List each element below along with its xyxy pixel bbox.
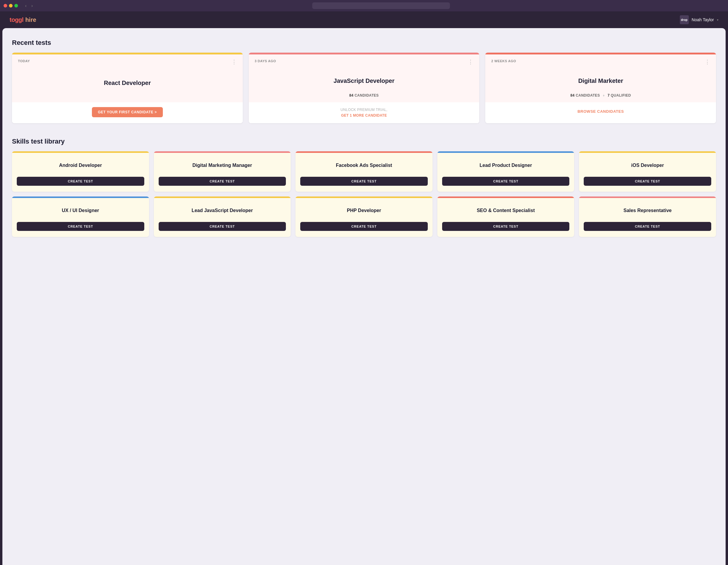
card-footer-3: BROWSE CANDIDATES [485, 102, 716, 120]
skill-body-6: Lead JavaScript Developer CREATE TEST [154, 198, 291, 237]
logo-toggl: toggl [10, 16, 23, 23]
skill-card-8: SEO & Content Specialist CREATE TEST [437, 197, 574, 237]
card-stats-2: 84 CANDIDATES [255, 93, 474, 98]
test-card-javascript: 3 DAYS AGO ⋮ JavaScript Developer 84 CAN… [249, 53, 480, 123]
create-test-button-2[interactable]: CREATE TEST [300, 177, 428, 186]
forward-button[interactable]: › [30, 3, 35, 9]
card-header-1: TODAY ⋮ [18, 59, 237, 65]
create-test-button-4[interactable]: CREATE TEST [584, 177, 711, 186]
skills-library-title: Skills test library [12, 138, 716, 145]
card-date-3: 2 WEEKS AGO [491, 59, 516, 63]
skill-card-2: Facebook Ads Specialist CREATE TEST [295, 151, 433, 192]
close-button[interactable] [4, 4, 7, 7]
skill-card-9: Sales Representative CREATE TEST [579, 197, 716, 237]
card-title-3: Digital Marketer [491, 68, 710, 93]
card-stats-3: 84 CANDIDATES ♦ 7 QUALIFIED [491, 93, 710, 98]
skill-title-4: iOS Developer [631, 159, 664, 172]
card-menu-2[interactable]: ⋮ [468, 59, 473, 65]
stat-dot: ♦ [603, 93, 605, 98]
create-test-button-6[interactable]: CREATE TEST [159, 222, 286, 231]
skill-card-0: Android Developer CREATE TEST [12, 151, 149, 192]
skill-title-0: Android Developer [59, 159, 102, 172]
skill-body-2: Facebook Ads Specialist CREATE TEST [295, 153, 433, 192]
create-test-button-9[interactable]: CREATE TEST [584, 222, 711, 231]
url-bar[interactable] [312, 2, 450, 9]
card-footer-1: GET YOUR FIRST CANDIDATE > [12, 102, 243, 122]
card-menu-1[interactable]: ⋮ [231, 59, 237, 65]
main-content: Recent tests TODAY ⋮ React Developer GET… [2, 28, 726, 565]
nav-arrows: ‹ › [23, 3, 34, 9]
title-bar: ‹ › [0, 0, 728, 11]
unlock-text: UNLOCK PREMIUM TRIAL, GET 1 MORE CANDIDA… [341, 107, 388, 119]
skill-body-7: PHP Developer CREATE TEST [295, 198, 433, 237]
skill-body-5: UX / UI Designer CREATE TEST [12, 198, 149, 237]
user-name: Noah Taylor [692, 17, 714, 22]
card-header-2: 3 DAYS AGO ⋮ [255, 59, 474, 65]
card-footer-2: UNLOCK PREMIUM TRIAL, GET 1 MORE CANDIDA… [249, 102, 480, 123]
logo[interactable]: toggl hire [10, 16, 36, 23]
dropdown-icon[interactable]: ▾ [717, 18, 718, 22]
candidates-label-2: CANDIDATES [354, 93, 379, 98]
create-test-button-0[interactable]: CREATE TEST [17, 177, 144, 186]
card-title-1: React Developer [18, 68, 237, 98]
user-area[interactable]: drop Noah Taylor ▾ [680, 15, 718, 24]
recent-tests-title: Recent tests [12, 39, 716, 47]
card-body-2: 3 DAYS AGO ⋮ JavaScript Developer 84 CAN… [249, 54, 480, 102]
skill-card-4: iOS Developer CREATE TEST [579, 151, 716, 192]
skill-body-0: Android Developer CREATE TEST [12, 153, 149, 192]
app-header: toggl hire drop Noah Taylor ▾ [0, 11, 728, 28]
card-header-3: 2 WEEKS AGO ⋮ [491, 59, 710, 65]
qualified-count-3: 7 [608, 93, 610, 98]
avatar: drop [680, 15, 689, 24]
skill-title-5: UX / UI Designer [62, 204, 99, 217]
candidates-count-2: 84 [349, 93, 354, 98]
skill-title-1: Digital Marketing Manager [192, 159, 252, 172]
unlock-line1: UNLOCK PREMIUM TRIAL, [341, 108, 388, 112]
card-body-1: TODAY ⋮ React Developer [12, 54, 243, 102]
create-test-button-1[interactable]: CREATE TEST [159, 177, 286, 186]
card-date-2: 3 DAYS AGO [255, 59, 276, 63]
logo-hire: hire [25, 16, 36, 23]
skills-grid: Android Developer CREATE TEST Digital Ma… [12, 151, 716, 237]
skill-card-7: PHP Developer CREATE TEST [295, 197, 433, 237]
skill-card-3: Lead Product Designer CREATE TEST [437, 151, 574, 192]
recent-tests-grid: TODAY ⋮ React Developer GET YOUR FIRST C… [12, 53, 716, 123]
create-test-button-3[interactable]: CREATE TEST [442, 177, 570, 186]
skill-body-1: Digital Marketing Manager CREATE TEST [154, 153, 291, 192]
create-test-button-8[interactable]: CREATE TEST [442, 222, 570, 231]
get-candidate-button[interactable]: GET YOUR FIRST CANDIDATE > [92, 107, 163, 117]
skill-title-9: Sales Representative [624, 204, 672, 217]
skill-card-5: UX / UI Designer CREATE TEST [12, 197, 149, 237]
skill-card-1: Digital Marketing Manager CREATE TEST [154, 151, 291, 192]
card-menu-3[interactable]: ⋮ [705, 59, 710, 65]
traffic-lights [4, 4, 18, 7]
skill-title-7: PHP Developer [347, 204, 381, 217]
back-button[interactable]: ‹ [23, 3, 28, 9]
skill-title-8: SEO & Content Specialist [477, 204, 535, 217]
candidates-count-3: 84 [571, 93, 575, 98]
qualified-label-3: QUALIFIED [611, 93, 631, 98]
skill-title-2: Facebook Ads Specialist [336, 159, 392, 172]
create-test-button-7[interactable]: CREATE TEST [300, 222, 428, 231]
browse-candidates-link[interactable]: BROWSE CANDIDATES [577, 109, 624, 114]
skill-title-6: Lead JavaScript Developer [192, 204, 253, 217]
card-title-2: JavaScript Developer [255, 68, 474, 93]
unlock-link[interactable]: GET 1 MORE CANDIDATE [341, 113, 387, 118]
minimize-button[interactable] [9, 4, 13, 7]
skill-card-6: Lead JavaScript Developer CREATE TEST [154, 197, 291, 237]
test-card-react: TODAY ⋮ React Developer GET YOUR FIRST C… [12, 53, 243, 123]
candidates-label-3: CANDIDATES [576, 93, 600, 98]
card-body-3: 2 WEEKS AGO ⋮ Digital Marketer 84 CANDID… [485, 54, 716, 102]
skill-body-9: Sales Representative CREATE TEST [579, 198, 716, 237]
card-date-1: TODAY [18, 59, 30, 63]
skill-body-8: SEO & Content Specialist CREATE TEST [437, 198, 574, 237]
maximize-button[interactable] [14, 4, 18, 7]
skill-body-3: Lead Product Designer CREATE TEST [437, 153, 574, 192]
test-card-digital-marketer: 2 WEEKS AGO ⋮ Digital Marketer 84 CANDID… [485, 53, 716, 123]
skill-body-4: iOS Developer CREATE TEST [579, 153, 716, 192]
skill-title-3: Lead Product Designer [480, 159, 532, 172]
create-test-button-5[interactable]: CREATE TEST [17, 222, 144, 231]
